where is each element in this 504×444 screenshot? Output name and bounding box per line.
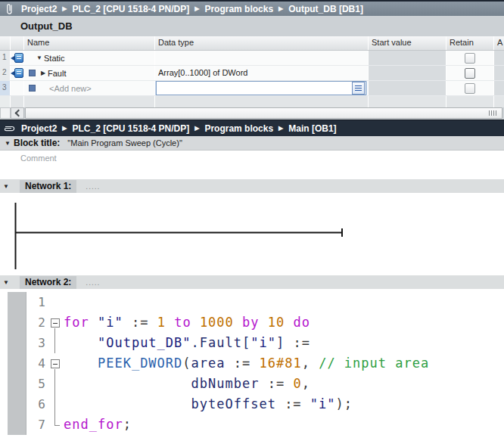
fold-line-icon [50, 333, 64, 353]
table-row[interactable]: 1 ▼ Static [0, 51, 504, 66]
breadcrumb-item[interactable]: Project2 [21, 123, 57, 134]
breadcrumb-item[interactable]: PLC_2 [CPU 1518-4 PN/DP] [73, 4, 190, 14]
network-2-label[interactable]: Network 2: [20, 276, 76, 289]
breadcrumb-separator-icon: ▶ [194, 125, 199, 132]
expand-collapse-icon[interactable]: ▼ [35, 54, 44, 61]
add-new-label[interactable]: <Add new> [49, 84, 92, 93]
line-number: 4 [0, 353, 50, 374]
db-variable-icon [11, 51, 23, 65]
ladder-network-drawing[interactable] [0, 194, 504, 274]
list-icon [355, 85, 362, 92]
line-number: 6 [0, 394, 50, 415]
line-number: 5 [0, 374, 50, 394]
scroll-left-button[interactable] [11, 107, 24, 119]
table-row[interactable]: 2 ▶ Fault Array[0..1000] of DWord [0, 66, 504, 81]
retain-checkbox[interactable] [465, 53, 475, 64]
breadcrumb-separator-icon: ▶ [278, 5, 283, 12]
collapse-triangle-icon[interactable]: ▼ [2, 183, 11, 190]
collapse-triangle-icon[interactable]: ▼ [2, 279, 11, 286]
header-retain[interactable]: Retain [446, 36, 494, 50]
code-text: end_for; [64, 415, 132, 435]
db-variable-table: Name Data type Start value Retain A 1 ▼ … [0, 36, 504, 109]
accessible-cell [494, 51, 504, 65]
variable-name[interactable]: Fault [48, 69, 66, 78]
variable-data-type[interactable]: Array[0..1000] of DWord [155, 66, 369, 80]
line-number: 2 [0, 312, 50, 333]
network-comment-dots[interactable]: ..... [86, 182, 100, 191]
code-text: byteOffset := "i"); [64, 394, 353, 415]
row-number: 2 [0, 66, 11, 80]
expand-collapse-icon[interactable]: ▶ [39, 70, 48, 76]
line-number: 7 [0, 415, 50, 435]
retain-checkbox[interactable] [465, 83, 475, 94]
scrollbar-thumb[interactable] [25, 107, 502, 119]
variable-start-value [369, 66, 446, 80]
variable-bullet-icon [29, 70, 36, 76]
code-line[interactable]: 1 [0, 292, 504, 312]
header-start-value[interactable]: Start value [369, 36, 446, 50]
variable-start-value [369, 51, 446, 65]
network-1-header[interactable]: ▼ Network 1: ..... [0, 179, 504, 193]
header-name[interactable]: Name [24, 36, 155, 50]
block-title-bar: ▼ Block title: "Main Program Sweep (Cycl… [0, 136, 504, 151]
breadcrumb-separator-icon: ▶ [62, 125, 67, 132]
fold-end-icon [50, 415, 64, 435]
breadcrumb-separator-icon: ▶ [194, 5, 199, 12]
table-header-row: Name Data type Start value Retain A [0, 36, 504, 51]
paperclip-pin-icon[interactable] [5, 3, 14, 15]
accessible-cell [494, 81, 504, 95]
variable-data-type[interactable] [155, 51, 369, 65]
breadcrumb-db: Project2▶PLC_2 [CPU 1518-4 PN/DP]▶Progra… [0, 0, 504, 16]
block-title-label: Block title: [14, 138, 60, 148]
network-2-header[interactable]: ▼ Network 2: ..... [0, 275, 504, 289]
breadcrumb-ob: Project2▶PLC_2 [CPU 1518-4 PN/DP]▶Progra… [0, 120, 504, 136]
breadcrumb-item[interactable]: Output_DB [DB1] [288, 4, 363, 14]
variable-start-value [369, 81, 446, 95]
fold-spacer [50, 292, 64, 312]
header-data-type[interactable]: Data type [155, 36, 369, 50]
fold-box-icon[interactable] [50, 312, 64, 333]
breadcrumb-item[interactable]: Program blocks [204, 123, 273, 134]
code-line[interactable]: 7end_for; [0, 415, 504, 435]
code-text: for "i" := 1 to 1000 by 10 do [64, 312, 310, 333]
retain-checkbox[interactable] [465, 68, 475, 79]
header-accessible-partial[interactable]: A [494, 36, 504, 50]
header-icon [11, 36, 24, 50]
table-row-add-new[interactable]: 3 <Add new> [0, 81, 504, 96]
breadcrumb-item[interactable]: Program blocks [204, 4, 273, 14]
scl-code-editor[interactable]: 12for "i" := 1 to 1000 by 10 do3 "Output… [0, 292, 504, 437]
code-text: dbNumber := 0, [64, 374, 310, 394]
network-1-label[interactable]: Network 1: [20, 180, 76, 193]
horizontal-scrollbar[interactable] [0, 107, 504, 120]
row-number: 1 [0, 51, 11, 65]
breadcrumb-separator-icon: ▶ [62, 5, 67, 12]
code-line[interactable]: 6 byteOffset := "i"); [0, 394, 504, 415]
code-line[interactable]: 3 "Output_DB".Fault["i"] := [0, 333, 504, 353]
breadcrumb: Project2▶PLC_2 [CPU 1518-4 PN/DP]▶Progra… [21, 4, 363, 14]
breadcrumb-item[interactable]: PLC_2 [CPU 1518-4 PN/DP] [73, 123, 190, 134]
row-number: 3 [0, 81, 11, 95]
data-type-combobox[interactable] [156, 81, 366, 95]
network-comment-dots[interactable]: ..... [86, 278, 100, 287]
variable-bullet-icon [29, 85, 36, 92]
scl-code-lines: 12for "i" := 1 to 1000 by 10 do3 "Output… [0, 292, 504, 435]
data-type-picker-button[interactable] [352, 82, 365, 95]
breadcrumb: Project2▶PLC_2 [CPU 1518-4 PN/DP]▶Progra… [21, 123, 337, 134]
breadcrumb-item[interactable]: Project2 [21, 4, 57, 14]
code-line[interactable]: 5 dbNumber := 0, [0, 374, 504, 394]
fold-box-icon[interactable] [50, 353, 64, 374]
code-text: "Output_DB".Fault["i"] := [64, 333, 310, 353]
scrollbar-corner [0, 107, 11, 119]
header-rownum [0, 36, 11, 50]
fold-line-icon [50, 374, 64, 394]
collapse-triangle-icon[interactable]: ▼ [3, 140, 12, 147]
variable-name[interactable]: Static [44, 54, 65, 63]
ob-editor-pane: ▼ Block title: "Main Program Sweep (Cycl… [0, 136, 504, 444]
block-title-value[interactable]: "Main Program Sweep (Cycle)" [67, 138, 182, 147]
code-line[interactable]: 2for "i" := 1 to 1000 by 10 do [0, 312, 504, 333]
paperclip-pin-icon[interactable] [4, 124, 16, 132]
code-line[interactable]: 4 PEEK_DWORD(area := 16#81, // input are… [0, 353, 504, 374]
block-comment-placeholder[interactable]: Comment [20, 154, 57, 163]
db-variable-icon [11, 66, 23, 80]
breadcrumb-item[interactable]: Main [OB1] [288, 123, 336, 134]
